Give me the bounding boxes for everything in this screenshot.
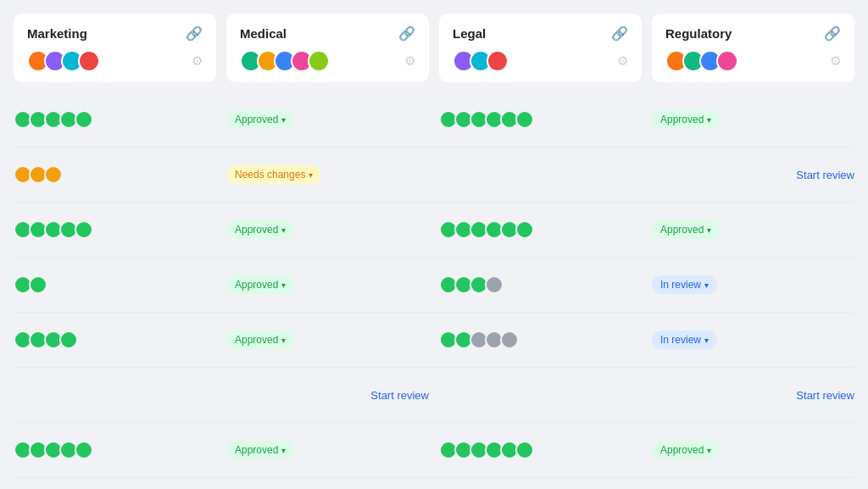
department-headers: Marketing 🔗 ⚙ Medical 🔗 ⚙ Legal 🔗 bbox=[0, 0, 868, 92]
status-badge-in-review[interactable]: In review ▾ bbox=[652, 331, 717, 349]
avatar bbox=[716, 50, 738, 72]
cell-3-3: In review ▾ bbox=[652, 268, 854, 302]
cell-1-0 bbox=[14, 158, 216, 192]
cell-6-0 bbox=[14, 433, 216, 467]
avatar bbox=[487, 50, 509, 72]
chevron-down-icon: ▾ bbox=[704, 281, 709, 290]
status-badge-approved[interactable]: Approved ▾ bbox=[652, 441, 720, 459]
dot bbox=[75, 220, 93, 239]
chevron-down-icon: ▾ bbox=[281, 281, 286, 290]
data-row-6: Approved ▾Approved ▾ bbox=[14, 423, 854, 478]
link-icon-legal[interactable]: 🔗 bbox=[611, 25, 628, 42]
dots-indicator bbox=[439, 220, 531, 239]
dots-indicator bbox=[439, 331, 515, 349]
dot bbox=[29, 275, 47, 294]
dept-top-medical: Medical 🔗 bbox=[240, 25, 415, 42]
link-icon-regulatory[interactable]: 🔗 bbox=[824, 25, 841, 42]
status-badge-approved[interactable]: Approved ▾ bbox=[226, 331, 294, 349]
chevron-down-icon: ▾ bbox=[707, 115, 711, 125]
data-row-0: Approved ▾Approved ▾ bbox=[14, 92, 854, 147]
link-icon-medical[interactable]: 🔗 bbox=[398, 25, 415, 42]
cell-0-3: Approved ▾ bbox=[652, 103, 854, 136]
data-row-3: Approved ▾In review ▾ bbox=[14, 258, 854, 313]
department-card-medical: Medical 🔗 ⚙ bbox=[226, 14, 429, 82]
cell-3-2 bbox=[439, 268, 642, 302]
dots-indicator bbox=[14, 441, 90, 459]
dots-indicator bbox=[439, 441, 531, 459]
cell-4-1: Approved ▾ bbox=[226, 323, 429, 357]
cell-4-3: In review ▾ bbox=[652, 323, 854, 357]
chevron-down-icon: ▾ bbox=[309, 170, 313, 180]
data-row-2: Approved ▾Approved ▾ bbox=[14, 203, 854, 258]
status-badge-approved[interactable]: Approved ▾ bbox=[226, 110, 294, 129]
dots-indicator bbox=[14, 110, 90, 129]
dept-bottom-medical: ⚙ bbox=[240, 50, 415, 72]
dot bbox=[75, 441, 93, 459]
status-badge-needs-changes[interactable]: Needs changes ▾ bbox=[226, 165, 321, 184]
department-card-regulatory: Regulatory 🔗 ⚙ bbox=[652, 14, 854, 82]
data-row-7: Needs changes ▾ bbox=[14, 478, 854, 489]
content-area: Approved ▾Approved ▾Needs changes ▾Start… bbox=[0, 92, 868, 489]
cell-4-0 bbox=[14, 323, 216, 357]
chevron-down-icon: ▾ bbox=[704, 336, 709, 345]
gear-icon-regulatory[interactable]: ⚙ bbox=[830, 53, 841, 69]
cell-6-3: Approved ▾ bbox=[652, 433, 854, 467]
gear-icon-marketing[interactable]: ⚙ bbox=[192, 53, 203, 69]
chevron-down-icon: ▾ bbox=[281, 115, 286, 125]
dept-name-regulatory: Regulatory bbox=[665, 26, 732, 41]
data-row-5: Start reviewStart review bbox=[14, 368, 854, 423]
page: Marketing 🔗 ⚙ Medical 🔗 ⚙ Legal 🔗 bbox=[0, 0, 868, 489]
cell-0-1: Approved ▾ bbox=[226, 103, 429, 136]
cell-2-0 bbox=[14, 213, 216, 247]
avatar bbox=[78, 50, 100, 72]
dot bbox=[515, 220, 534, 239]
dot bbox=[485, 275, 504, 294]
dots-indicator bbox=[14, 275, 44, 294]
dept-top-regulatory: Regulatory 🔗 bbox=[665, 25, 841, 42]
department-card-marketing: Marketing 🔗 ⚙ bbox=[14, 14, 216, 82]
dots-indicator bbox=[14, 220, 90, 239]
gear-icon-legal[interactable]: ⚙ bbox=[617, 53, 628, 69]
dept-name-marketing: Marketing bbox=[27, 26, 87, 41]
start-review-link[interactable]: Start review bbox=[652, 169, 854, 181]
avatars-regulatory bbox=[665, 50, 738, 72]
dot bbox=[59, 331, 78, 349]
cell-0-0 bbox=[14, 103, 216, 136]
cell-5-3: Start review bbox=[652, 378, 854, 412]
dot bbox=[44, 165, 63, 184]
avatars-medical bbox=[240, 50, 330, 72]
dot bbox=[500, 331, 519, 349]
dept-bottom-marketing: ⚙ bbox=[27, 50, 203, 72]
status-badge-approved[interactable]: Approved ▾ bbox=[226, 220, 294, 239]
status-badge-approved[interactable]: Approved ▾ bbox=[226, 275, 294, 294]
cell-5-0 bbox=[14, 378, 216, 412]
cell-1-1: Needs changes ▾ bbox=[226, 158, 429, 192]
dots-indicator bbox=[14, 331, 75, 349]
dots-indicator bbox=[14, 165, 59, 184]
start-review-link[interactable]: Start review bbox=[652, 389, 854, 402]
status-badge-approved[interactable]: Approved ▾ bbox=[226, 441, 294, 459]
cell-1-2 bbox=[439, 158, 642, 192]
start-review-link[interactable]: Start review bbox=[226, 389, 429, 402]
status-badge-approved[interactable]: Approved ▾ bbox=[652, 220, 720, 239]
cell-6-2 bbox=[439, 433, 642, 467]
cell-5-1: Start review bbox=[226, 378, 429, 412]
status-badge-in-review[interactable]: In review ▾ bbox=[652, 275, 717, 294]
dept-name-medical: Medical bbox=[240, 26, 287, 41]
cell-4-2 bbox=[439, 323, 642, 357]
link-icon-marketing[interactable]: 🔗 bbox=[186, 25, 203, 42]
avatars-marketing bbox=[27, 50, 100, 72]
chevron-down-icon: ▾ bbox=[707, 225, 711, 235]
dots-indicator bbox=[439, 275, 500, 294]
dept-name-legal: Legal bbox=[453, 26, 486, 41]
status-badge-approved[interactable]: Approved ▾ bbox=[652, 110, 720, 129]
cell-2-2 bbox=[439, 213, 642, 247]
dot bbox=[515, 110, 534, 129]
avatars-legal bbox=[453, 50, 509, 72]
chevron-down-icon: ▾ bbox=[281, 336, 286, 345]
data-row-4: Approved ▾In review ▾ bbox=[14, 313, 854, 368]
cell-2-3: Approved ▾ bbox=[652, 213, 854, 247]
gear-icon-medical[interactable]: ⚙ bbox=[404, 53, 415, 69]
dot bbox=[515, 441, 534, 459]
dept-bottom-legal: ⚙ bbox=[453, 50, 628, 72]
